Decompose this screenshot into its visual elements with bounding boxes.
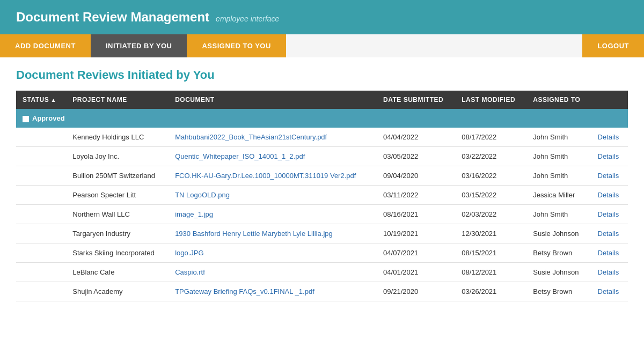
initiated-by-you-button[interactable]: INITIATED BY YOU (91, 34, 187, 57)
table-header: STATUS PROJECT NAME DOCUMENT DATE SUBMIT… (16, 91, 628, 109)
col-project-name: PROJECT NAME (66, 91, 169, 109)
assigned-to-you-button[interactable]: ASSIGNED TO YOU (187, 34, 286, 57)
document-link[interactable]: TN LogoOLD.png (175, 191, 230, 199)
cell-actions: Details (591, 128, 628, 147)
group-label: Approved (32, 114, 65, 122)
cell-document: logo.JPG (169, 243, 377, 263)
page-title: Document Reviews Initiated by You (16, 68, 628, 82)
cell-date-submitted: 04/07/2021 (377, 243, 455, 263)
cell-actions: Details (591, 186, 628, 205)
cell-status (16, 147, 66, 166)
logout-button[interactable]: LOGOUT (582, 34, 644, 57)
col-date-submitted: DATE SUBMITTED (377, 91, 455, 109)
details-link[interactable]: Details (598, 191, 619, 199)
document-link[interactable]: 1930 Bashford Henry Lettle Marybeth Lyle… (175, 230, 333, 238)
col-document: DOCUMENT (169, 91, 377, 109)
cell-assigned-to: John Smith (526, 166, 591, 186)
document-link[interactable]: image_1.jpg (175, 210, 213, 218)
cell-project-name: Shujin Academy (66, 282, 169, 301)
cell-status (16, 224, 66, 243)
cell-actions: Details (591, 166, 628, 186)
cell-date-submitted: 04/04/2022 (377, 128, 455, 147)
cell-actions: Details (591, 282, 628, 301)
cell-document: TN LogoOLD.png (169, 186, 377, 205)
table-row: Kennedy Holdings LLC Mahbubani2022_Book_… (16, 128, 628, 147)
cell-assigned-to: Susie Johnson (526, 263, 591, 282)
document-link[interactable]: logo.JPG (175, 249, 203, 257)
cell-project-name: Starks Skiing Incorporated (66, 243, 169, 263)
cell-last-modified: 03/15/2022 (455, 186, 526, 205)
table-body: Approved Kennedy Holdings LLC Mahbubani2… (16, 109, 628, 301)
cell-project-name: Loyola Joy Inc. (66, 147, 169, 166)
table-row: LeBlanc Cafe Caspio.rtf 04/01/2021 08/12… (16, 263, 628, 282)
cell-last-modified: 08/15/2021 (455, 243, 526, 263)
document-link[interactable]: Quentic_Whitepaper_ISO_14001_1_2.pdf (175, 152, 305, 160)
table-row: Bullion 250MT Switzerland FCO.HK-AU-Gary… (16, 166, 628, 186)
add-document-button[interactable]: ADD DOCUMENT (0, 34, 91, 57)
document-link[interactable]: TPGateway Briefing FAQs_v0.1FINAL _1.pdf (175, 287, 314, 295)
cell-assigned-to: Betsy Brown (526, 243, 591, 263)
group-collapse-icon[interactable] (23, 116, 29, 122)
cell-project-name: Targaryen Industry (66, 224, 169, 243)
table-row: Pearson Specter Litt TN LogoOLD.png 03/1… (16, 186, 628, 205)
cell-document: TPGateway Briefing FAQs_v0.1FINAL _1.pdf (169, 282, 377, 301)
col-last-modified: LAST MODIFIED (455, 91, 526, 109)
cell-status (16, 205, 66, 224)
cell-actions: Details (591, 224, 628, 243)
cell-status (16, 166, 66, 186)
cell-status (16, 282, 66, 301)
details-link[interactable]: Details (598, 172, 619, 180)
cell-date-submitted: 09/21/2020 (377, 282, 455, 301)
table-row: Loyola Joy Inc. Quentic_Whitepaper_ISO_1… (16, 147, 628, 166)
cell-assigned-to: John Smith (526, 205, 591, 224)
cell-actions: Details (591, 205, 628, 224)
cell-status (16, 128, 66, 147)
cell-document: Quentic_Whitepaper_ISO_14001_1_2.pdf (169, 147, 377, 166)
cell-project-name: Northern Wall LLC (66, 205, 169, 224)
cell-date-submitted: 10/19/2021 (377, 224, 455, 243)
details-link[interactable]: Details (598, 230, 619, 238)
cell-date-submitted: 09/04/2020 (377, 166, 455, 186)
cell-date-submitted: 03/05/2022 (377, 147, 455, 166)
navbar: ADD DOCUMENT INITIATED BY YOU ASSIGNED T… (0, 34, 644, 57)
cell-actions: Details (591, 263, 628, 282)
cell-assigned-to: John Smith (526, 147, 591, 166)
cell-project-name: Pearson Specter Litt (66, 186, 169, 205)
details-link[interactable]: Details (598, 249, 619, 257)
cell-assigned-to: Betsy Brown (526, 282, 591, 301)
cell-date-submitted: 04/01/2021 (377, 263, 455, 282)
col-status[interactable]: STATUS (16, 91, 66, 109)
details-link[interactable]: Details (598, 152, 619, 160)
col-assigned-to: ASSIGNED TO (526, 91, 591, 109)
cell-assigned-to: Jessica Miller (526, 186, 591, 205)
app-title: Document Review Management (16, 10, 209, 25)
table-row: Starks Skiing Incorporated logo.JPG 04/0… (16, 243, 628, 263)
main-content: Document Reviews Initiated by You STATUS… (0, 57, 644, 312)
nav-spacer (286, 34, 583, 57)
cell-document: Caspio.rtf (169, 263, 377, 282)
details-link[interactable]: Details (598, 268, 619, 276)
document-link[interactable]: Caspio.rtf (175, 268, 205, 276)
details-link[interactable]: Details (598, 133, 619, 141)
document-link[interactable]: Mahbubani2022_Book_TheAsian21stCentury.p… (175, 133, 327, 141)
cell-document: FCO.HK-AU-Gary.Dr.Lee.1000_10000MT.31101… (169, 166, 377, 186)
cell-last-modified: 02/03/2022 (455, 205, 526, 224)
cell-actions: Details (591, 243, 628, 263)
details-link[interactable]: Details (598, 287, 619, 295)
cell-document: Mahbubani2022_Book_TheAsian21stCentury.p… (169, 128, 377, 147)
cell-last-modified: 12/30/2021 (455, 224, 526, 243)
cell-status (16, 186, 66, 205)
cell-last-modified: 03/22/2022 (455, 147, 526, 166)
document-link[interactable]: FCO.HK-AU-Gary.Dr.Lee.1000_10000MT.31101… (175, 172, 356, 180)
table-row: Targaryen Industry 1930 Bashford Henry L… (16, 224, 628, 243)
cell-status (16, 263, 66, 282)
documents-table: STATUS PROJECT NAME DOCUMENT DATE SUBMIT… (16, 91, 628, 301)
header: Document Review Management employee inte… (0, 0, 644, 34)
group-row: Approved (16, 109, 628, 128)
col-actions (591, 91, 628, 109)
table-row: Northern Wall LLC image_1.jpg 08/16/2021… (16, 205, 628, 224)
details-link[interactable]: Details (598, 210, 619, 218)
cell-date-submitted: 03/11/2022 (377, 186, 455, 205)
cell-date-submitted: 08/16/2021 (377, 205, 455, 224)
cell-document: 1930 Bashford Henry Lettle Marybeth Lyle… (169, 224, 377, 243)
